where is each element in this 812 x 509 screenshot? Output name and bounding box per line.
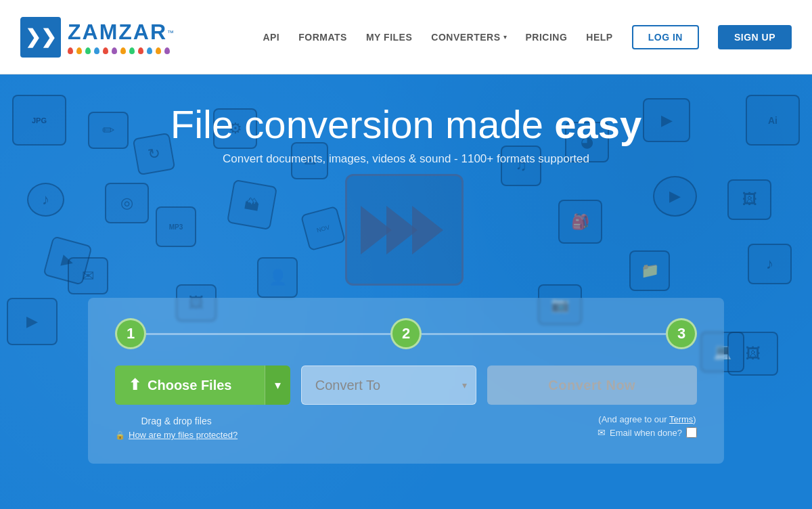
bg-icon-nov: NOV [300, 206, 346, 251]
step-1: 1 [115, 318, 146, 349]
bg-icon-ai: Ai [746, 95, 800, 146]
convert-to-select[interactable]: Convert To [301, 366, 476, 405]
light-purple [112, 47, 117, 54]
protected-link: 🔒 How are my files protected? [115, 430, 238, 440]
bg-icon-person: 👤 [257, 257, 298, 298]
lock-icon: 🔒 [115, 430, 125, 440]
light-green [85, 47, 91, 54]
step-line-2 [422, 333, 666, 335]
choose-files-group: ⬆ Choose Files ▾ [115, 366, 290, 405]
signup-button[interactable]: SIGN UP [718, 25, 792, 49]
protected-link-text[interactable]: How are my files protected? [129, 430, 238, 440]
bg-icon-music2: ♪ [748, 244, 792, 284]
logo-text-group: ZAMZAR™ [68, 20, 174, 54]
light-red [68, 47, 73, 54]
christmas-lights [68, 47, 174, 54]
step-2: 2 [390, 318, 422, 349]
logo-text: ZAMZAR [68, 20, 167, 44]
light-red2 [103, 47, 108, 54]
bg-icon-mp3: MP3 [156, 206, 196, 247]
center-logo [345, 174, 467, 286]
light-orange [76, 47, 82, 54]
email-icon: ✉ [597, 427, 606, 438]
light-blue2 [147, 47, 152, 54]
step-3: 3 [666, 318, 697, 349]
choose-files-info: Drag & drop files 🔒 How are my files pro… [115, 410, 238, 440]
logo-box: ❯❯ [20, 17, 61, 58]
bg-icon-music1: ♪ [27, 183, 64, 217]
bg-icon-letter: ✉ [68, 257, 108, 294]
converters-dropdown-arrow-icon: ▾ [503, 33, 507, 41]
nav-pricing[interactable]: PRICING [526, 32, 568, 43]
bg-icon-triangle: ▶ [43, 236, 92, 285]
bg-icon-cd: ◎ [105, 183, 149, 223]
logo-arrow-icon: ❯❯ [25, 26, 56, 48]
terms-link[interactable]: Terms [669, 414, 693, 424]
bg-icon-bags: 🎒 [558, 200, 602, 244]
logo-area: ❯❯ ZAMZAR™ [20, 17, 174, 58]
agree-suffix: ) [693, 414, 696, 424]
sketch-arrow-3 [412, 206, 443, 255]
nav: API FORMATS MY FILES CONVERTERS ▾ PRICIN… [263, 25, 792, 49]
choose-files-label: Choose Files [148, 378, 231, 393]
bg-icon-music3: ♫ [501, 146, 541, 186]
nav-converters-dropdown[interactable]: CONVERTERS ▾ [431, 32, 506, 43]
agree-prefix: (And agree to our [598, 414, 669, 424]
login-button[interactable]: LOG IN [632, 25, 699, 49]
agree-row: (And agree to our Terms) ✉ Email when do… [597, 414, 697, 438]
steps-row: 1 2 3 [115, 318, 697, 349]
email-checkbox[interactable] [686, 427, 697, 438]
bg-icon-video: ▶ [643, 98, 690, 142]
choose-files-button[interactable]: ⬆ Choose Files [115, 366, 265, 405]
nav-formats[interactable]: FORMATS [298, 32, 347, 43]
header: ❯❯ ZAMZAR™ API FORMATS MY FILES [0, 0, 812, 74]
nav-converters[interactable]: CONVERTERS [431, 32, 500, 43]
choose-files-dropdown-button[interactable]: ▾ [265, 366, 290, 405]
hero-title: File conversion made easy [171, 102, 641, 147]
nav-my-files[interactable]: MY FILES [366, 32, 412, 43]
drag-drop-text: Drag & drop files [115, 416, 238, 426]
bg-icon-photos: 🖼 [727, 332, 778, 376]
email-label: Email when done? [610, 428, 682, 438]
convert-now-button[interactable]: Convert Now [487, 366, 698, 405]
hero-title-bold: easy [554, 102, 641, 146]
light-blue [94, 47, 99, 54]
center-logo-box [345, 174, 464, 286]
bg-icon-play-circle: ▶ [653, 176, 697, 217]
upload-icon: ⬆ [129, 376, 141, 394]
nav-api[interactable]: API [263, 32, 279, 43]
bg-icon-youtube: ▶ [7, 298, 58, 345]
light-red3 [138, 47, 143, 54]
light-orange2 [120, 47, 126, 54]
light-orange3 [156, 47, 161, 54]
buttons-row: ⬆ Choose Files ▾ Convert To ▾ Convert No… [115, 366, 697, 405]
choose-dropdown-arrow-icon: ▾ [275, 378, 281, 393]
hero-title-plain: File conversion made [171, 102, 554, 146]
agree-text: (And agree to our Terms) [598, 414, 696, 424]
bg-icon-jpg: JPG [12, 95, 66, 146]
bg-icon-folder: 📁 [629, 250, 670, 291]
bg-icon-photo: 🏔 [227, 179, 277, 230]
conversion-box: 1 2 3 ⬆ Choose Files ▾ [88, 298, 724, 464]
light-purple2 [164, 47, 170, 54]
light-green2 [129, 47, 135, 54]
nav-help[interactable]: HELP [586, 32, 612, 43]
hero-subtitle: Convert documents, images, videos & soun… [223, 152, 589, 166]
convert-to-group: Convert To ▾ [301, 366, 476, 405]
logo-tm: ™ [167, 29, 174, 37]
hero-section: JPG ♪ ▶ ▶ ✏ ◎ ✉ ↻ MP3 🖼 ⚙ 🏔 👤 ✉ NOV Ai 🖼… [0, 74, 812, 509]
bg-icon-refresh: ↻ [133, 133, 176, 176]
sketch-arrows [366, 206, 443, 255]
bg-icon-pencil: ✏ [88, 112, 129, 149]
bg-icon-image2: 🖼 [727, 179, 771, 220]
step-line-1 [146, 333, 390, 335]
email-row: ✉ Email when done? [597, 427, 697, 438]
